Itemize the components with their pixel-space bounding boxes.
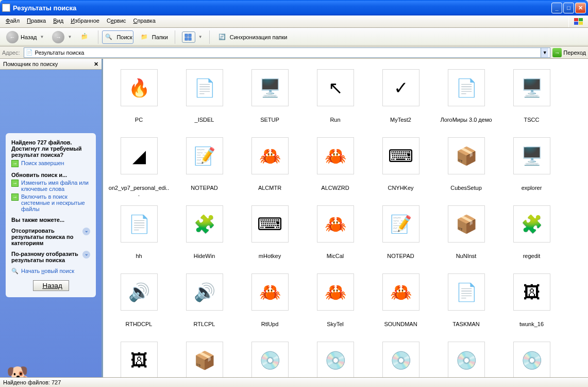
- svg-rect-0: [574, 18, 578, 21]
- file-label: TASKMAN: [452, 321, 479, 327]
- file-item[interactable]: 📝NOTEPAD: [368, 200, 433, 268]
- menu-edit[interactable]: Правка: [23, 15, 49, 27]
- menu-file[interactable]: Файл: [2, 15, 23, 27]
- file-icon: ↖: [317, 69, 354, 106]
- file-item[interactable]: 📝NOTEPAD: [172, 132, 237, 200]
- file-icon: 🖥️: [513, 69, 550, 106]
- file-label: hh: [136, 253, 142, 259]
- search-done-link[interactable]: →Поиск завершен: [11, 160, 90, 167]
- new-search-link[interactable]: 🔍Начать новый поиск: [11, 268, 90, 275]
- status-bar: Найдено файлов: 727: [0, 377, 588, 387]
- file-item[interactable]: ◢on2_vp7_personal_edi...: [106, 132, 172, 200]
- file-item[interactable]: 🔊RTHDCPL: [106, 268, 172, 336]
- file-list-area[interactable]: 🔥PC📄_ISDEL🖥️SETUP↖Run✓MyTest2📄ЛогоМиры 3…: [102, 59, 588, 377]
- file-item[interactable]: 🧩HideWin: [172, 200, 237, 268]
- file-icon: 🦀: [317, 205, 354, 243]
- file-item[interactable]: 🖥️explorer: [499, 132, 564, 200]
- address-field[interactable]: 📄 Результаты поиска ▼: [24, 47, 551, 58]
- file-item[interactable]: 🔊RTLCPL: [172, 268, 237, 336]
- file-icon: 🔊: [186, 273, 223, 311]
- window-title: Результаты поиска: [13, 4, 551, 12]
- file-item[interactable]: 🖥️SETUP: [237, 64, 303, 132]
- file-item[interactable]: 🦀ALCMTR: [237, 132, 303, 200]
- file-item[interactable]: 🦀RtlUpd: [237, 268, 303, 336]
- search-icon: 🔍: [11, 268, 19, 275]
- change-name-link[interactable]: →Изменить имя файла или ключевые слова: [11, 180, 90, 192]
- back-panel-button[interactable]: Назад: [33, 280, 69, 291]
- file-item[interactable]: 📄ЛогоМиры 3.0 демо: [433, 64, 499, 132]
- dog-character-icon[interactable]: 🐕: [6, 365, 35, 377]
- menu-favorites[interactable]: Избранное: [67, 15, 103, 27]
- file-item[interactable]: 🦀MicCal: [303, 200, 368, 268]
- file-item[interactable]: 🧩regedit: [499, 200, 564, 268]
- file-icon: 💿: [448, 342, 485, 377]
- file-label: explorer: [522, 185, 542, 191]
- file-item[interactable]: 📦NuNInst: [433, 200, 499, 268]
- file-icon: 💿: [251, 342, 289, 377]
- sidebar-close-icon[interactable]: ✕: [94, 61, 98, 68]
- file-icon: ◢: [121, 137, 158, 174]
- minimize-button[interactable]: _: [551, 3, 562, 13]
- forward-button[interactable]: →▼: [49, 29, 75, 45]
- display-link[interactable]: ⌄По-разному отобразить результаты поиска: [11, 251, 90, 263]
- go-label: Переход: [563, 50, 586, 56]
- up-button[interactable]: 📁↑: [77, 30, 94, 44]
- file-label: ALCWZRD: [321, 185, 349, 191]
- file-item[interactable]: 📦: [172, 336, 237, 377]
- found-text: Найдено 727 файлов. Достигнут ли требуем…: [11, 139, 90, 158]
- sort-link[interactable]: ⌄Отсортировать результаты поиска по кате…: [11, 228, 90, 246]
- file-icon: 📄: [448, 273, 485, 311]
- search-button[interactable]: 🔍Поиск: [102, 30, 133, 44]
- file-item[interactable]: 🖼twunk_16: [499, 268, 564, 336]
- file-item[interactable]: 🖥️TSCC: [499, 64, 564, 132]
- file-label: TSCC: [524, 117, 540, 123]
- menu-help[interactable]: Справка: [130, 15, 159, 27]
- file-icon: 🖼: [121, 342, 158, 377]
- menu-view[interactable]: Вид: [49, 15, 67, 27]
- update-section: Обновить поиск и...: [11, 172, 90, 178]
- file-item[interactable]: 💿: [237, 336, 303, 377]
- file-item[interactable]: 📄hh: [106, 200, 172, 268]
- file-item[interactable]: ↖Run: [303, 64, 368, 132]
- file-item[interactable]: 🔥PC: [106, 64, 172, 132]
- include-system-link[interactable]: →Включить в поиск системные и нескрытые …: [11, 194, 90, 212]
- file-item[interactable]: ✓MyTest2: [368, 64, 433, 132]
- svg-rect-3: [579, 22, 583, 25]
- svg-rect-1: [579, 18, 583, 21]
- status-text: Найдено файлов: 727: [3, 379, 61, 385]
- go-button[interactable]: →Переход: [552, 48, 586, 57]
- sync-label: Синхронизация папки: [230, 34, 288, 40]
- file-item[interactable]: ⌨CNYHKey: [368, 132, 433, 200]
- file-label: _ISDEL: [195, 117, 214, 123]
- file-item[interactable]: 📄_ISDEL: [172, 64, 237, 132]
- views-button[interactable]: ▼: [179, 30, 206, 44]
- address-dropdown[interactable]: ▼: [541, 48, 548, 57]
- close-button[interactable]: ✕: [575, 3, 586, 13]
- sidebar-title: Помощник по поиску: [3, 61, 58, 67]
- file-item[interactable]: 🦀ALCWZRD: [303, 132, 368, 200]
- file-item[interactable]: 💿: [303, 336, 368, 377]
- file-item[interactable]: 💿: [433, 336, 499, 377]
- svg-rect-4: [185, 34, 188, 37]
- file-label: ALCMTR: [258, 185, 281, 191]
- file-label: SkyTel: [327, 321, 343, 327]
- file-item[interactable]: 💿: [368, 336, 433, 377]
- file-label: MicCal: [327, 253, 344, 259]
- folders-label: Папки: [152, 34, 168, 40]
- file-item[interactable]: 📄TASKMAN: [433, 268, 499, 336]
- file-item[interactable]: 📦CubesSetup: [433, 132, 499, 200]
- file-item[interactable]: ⌨mHotkey: [237, 200, 303, 268]
- file-icon: ✓: [382, 69, 419, 106]
- maximize-button[interactable]: □: [563, 3, 574, 13]
- address-value: Результаты поиска: [35, 50, 85, 56]
- search-label: Поиск: [116, 34, 132, 40]
- file-item[interactable]: 🦀SOUNDMAN: [368, 268, 433, 336]
- file-item[interactable]: 💿: [499, 336, 564, 377]
- back-button[interactable]: ←Назад▼: [3, 29, 47, 45]
- sync-button[interactable]: 🔄Синхронизация папки: [213, 30, 291, 44]
- folders-button[interactable]: 📁Папки: [136, 30, 171, 44]
- file-item[interactable]: 🦀SkyTel: [303, 268, 368, 336]
- menu-service[interactable]: Сервис: [103, 15, 130, 27]
- file-item[interactable]: 🖼: [106, 336, 172, 377]
- file-icon: 🦀: [251, 137, 289, 174]
